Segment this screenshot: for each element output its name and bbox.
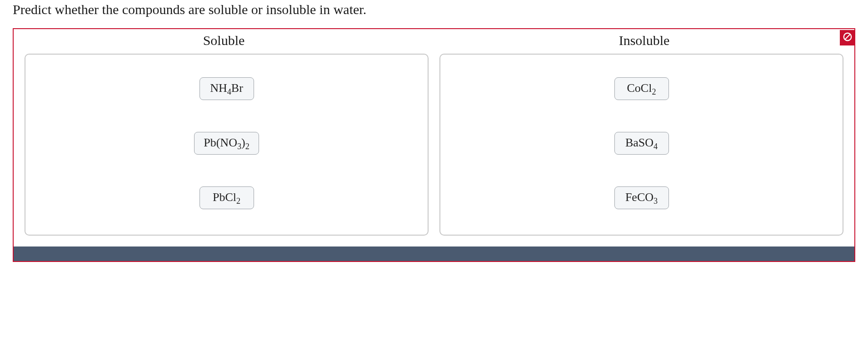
- dropzone-soluble[interactable]: NH4Br Pb(NO3)2 PbCl2: [25, 54, 429, 236]
- compound-chip[interactable]: FeCO3: [614, 186, 669, 209]
- forbidden-icon: [843, 32, 853, 44]
- bottom-bar: [14, 246, 854, 261]
- dropzones-row: NH4Br Pb(NO3)2 PbCl2 CoCl2 BaSO4 FeCO3: [14, 51, 854, 246]
- compound-chip[interactable]: NH4Br: [200, 77, 254, 100]
- header-insoluble: Insoluble: [434, 33, 854, 48]
- column-headers: Soluble Insoluble: [14, 29, 854, 51]
- page-root: Predict whether the compounds are solubl…: [0, 0, 868, 262]
- header-soluble: Soluble: [14, 33, 434, 48]
- exercise-container: Soluble Insoluble NH4Br Pb(NO3)2 PbCl2 C…: [13, 28, 855, 262]
- dropzone-insoluble[interactable]: CoCl2 BaSO4 FeCO3: [439, 54, 843, 236]
- compound-chip[interactable]: BaSO4: [614, 132, 669, 155]
- compound-chip[interactable]: CoCl2: [614, 77, 669, 100]
- svg-line-1: [845, 35, 850, 40]
- incorrect-indicator: [840, 30, 855, 45]
- question-prompt: Predict whether the compounds are solubl…: [0, 0, 868, 28]
- compound-chip[interactable]: Pb(NO3)2: [194, 132, 259, 155]
- compound-chip[interactable]: PbCl2: [200, 186, 254, 209]
